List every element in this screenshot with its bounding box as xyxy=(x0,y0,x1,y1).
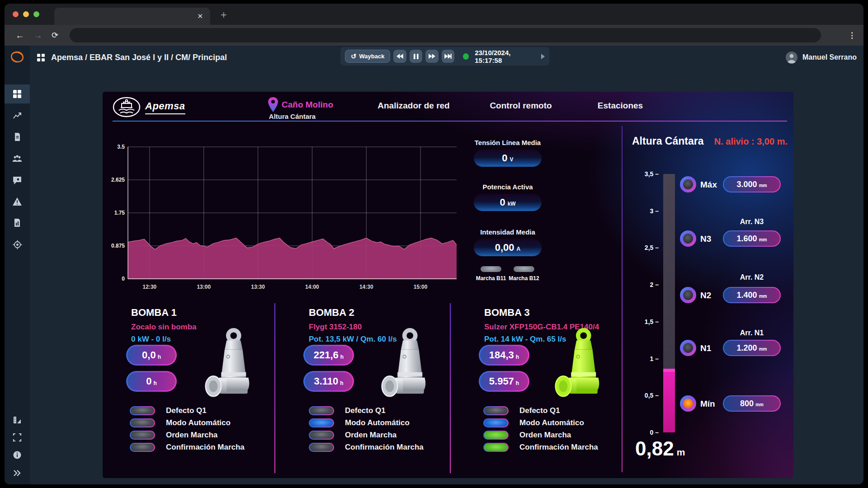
indicator-label: Modo Automático xyxy=(166,418,231,427)
station-selector[interactable]: Caño Molino xyxy=(268,97,333,112)
svg-text:12:30: 12:30 xyxy=(143,284,157,290)
sidebar xyxy=(5,46,30,484)
indicator-row: Orden Marcha xyxy=(483,431,598,440)
indicator-lamp-orden xyxy=(130,431,155,440)
indicator-lamp-confirmacion xyxy=(483,443,509,452)
tab-close-icon[interactable]: ✕ xyxy=(197,12,203,20)
marker-arr-n3: Arr. N3 xyxy=(723,218,781,226)
sidebar-expand-chevrons-icon[interactable] xyxy=(5,464,30,483)
svg-text:15:00: 15:00 xyxy=(414,284,428,290)
skip-end-button[interactable] xyxy=(442,50,454,63)
pause-button[interactable] xyxy=(410,50,422,63)
metric-number: 0 xyxy=(500,197,505,208)
rewind-button[interactable] xyxy=(393,50,406,63)
browser-tab[interactable]: ✕ xyxy=(54,8,210,25)
indicator-row: Defecto Q1 xyxy=(483,406,598,415)
playback-bar: ↺ Wayback 23/10/2024, 15:17:58 xyxy=(340,47,549,66)
datetime-expand-arrow-icon[interactable] xyxy=(541,54,545,59)
pump-hours-partial: 184,3 h xyxy=(479,345,529,366)
reload-icon[interactable]: ⟳ xyxy=(52,25,58,46)
indicator-row: Modo Automático xyxy=(130,418,245,427)
marker-pill-n2: 1.400 mm xyxy=(723,287,781,303)
marker-lamp-max xyxy=(680,176,696,192)
minimize-window-button[interactable] xyxy=(23,11,29,17)
nav-item-control-remoto[interactable]: Control remoto xyxy=(490,101,552,111)
svg-text:0: 0 xyxy=(122,276,125,282)
svg-text:14:30: 14:30 xyxy=(359,284,373,290)
header-divider xyxy=(113,121,787,122)
indicator-label: Modo Automático xyxy=(519,418,584,427)
gauge-tick-label: 1 – xyxy=(631,355,659,362)
marker-lamp-n2 xyxy=(680,287,696,303)
indicator-label: Orden Marcha xyxy=(345,431,396,440)
hours-number: 3.110 xyxy=(314,375,338,387)
back-icon[interactable]: ← xyxy=(15,25,24,46)
history-icon: ↺ xyxy=(351,52,357,61)
indicator-label: Defecto Q1 xyxy=(166,406,207,415)
pumps-section: BOMBA 1 Zocalo sin bomba 0 kW - 0 l/s 0,… xyxy=(121,303,626,473)
user-menu[interactable]: Manuel Serrano xyxy=(785,48,857,66)
menu-kebab-icon[interactable]: ⋮ xyxy=(848,25,856,46)
gauge-tick-label: 0 – xyxy=(631,429,659,436)
svg-text:14:00: 14:00 xyxy=(305,284,319,290)
level-alivio-value: N. alivio : 3,00 m. xyxy=(708,136,788,147)
close-window-button[interactable] xyxy=(13,11,19,17)
breadcrumb-text: Apemsa / EBAR San José I y II / CM/ Prin… xyxy=(51,53,227,62)
hours-number: 0 xyxy=(146,375,151,387)
wayback-button[interactable]: ↺ Wayback xyxy=(345,50,390,63)
pump-title: BOMBA 3 xyxy=(484,307,530,319)
indicator-row: Confirmación Marcha xyxy=(483,443,598,452)
forward-icon[interactable]: → xyxy=(33,25,42,46)
breadcrumb[interactable]: Apemsa / EBAR San José I y II / CM/ Prin… xyxy=(37,48,227,66)
gauge-tick-label: 0,5 – xyxy=(631,392,659,399)
indicator-label: Orden Marcha xyxy=(166,431,217,440)
svg-text:13:30: 13:30 xyxy=(251,284,265,290)
fast-forward-button[interactable] xyxy=(425,50,438,63)
marcha-b12-lamp xyxy=(514,266,534,272)
marker-name-max: Máx xyxy=(700,180,717,190)
maximize-window-button[interactable] xyxy=(33,11,39,17)
sidebar-item-targets[interactable] xyxy=(5,235,30,254)
metric-value-tension: 0 V xyxy=(474,150,542,167)
marker-value: 3.000 xyxy=(737,180,757,189)
svg-text:3.5: 3.5 xyxy=(117,144,125,150)
address-bar[interactable] xyxy=(70,28,821,42)
sidebar-item-design[interactable] xyxy=(5,411,30,430)
chart-title: Altura Cántara xyxy=(128,113,457,120)
user-name: Manuel Serrano xyxy=(802,53,857,61)
traffic-lights xyxy=(13,11,39,17)
sidebar-item-messages[interactable] xyxy=(5,170,30,189)
sidebar-item-trends[interactable] xyxy=(5,106,30,125)
indicator-row: Defecto Q1 xyxy=(130,406,245,415)
pump-spec: Pot. 14 kW - Qm. 65 l/s xyxy=(484,335,566,344)
level-current-value: 0,82 m xyxy=(635,437,685,460)
indicator-label: Defecto Q1 xyxy=(345,406,386,415)
apemsa-brand-name: Apemsa xyxy=(145,100,185,114)
sidebar-item-dashboards[interactable] xyxy=(5,84,30,103)
playback-datetime[interactable]: 23/10/2024, 15:17:58 xyxy=(475,49,534,64)
metric-label-tension: Tensión Línea Media xyxy=(458,139,557,146)
nav-item-estaciones[interactable]: Estaciones xyxy=(598,101,643,111)
marker-unit: mm xyxy=(755,402,764,407)
pause-icon xyxy=(414,54,419,59)
metric-number: 0,00 xyxy=(495,242,514,253)
live-status-dot xyxy=(463,53,469,60)
indicator-lamp-orden xyxy=(483,431,509,440)
level-gauge-fill xyxy=(663,372,675,432)
sidebar-item-fullscreen[interactable] xyxy=(5,428,30,447)
indicator-label: Modo Automático xyxy=(345,418,410,427)
sidebar-item-users[interactable] xyxy=(5,149,30,168)
nav-item-analizador[interactable]: Analizador de red xyxy=(377,101,449,111)
pump-indicators: Defecto Q1 Modo Automático Orden Marcha … xyxy=(130,406,245,452)
sidebar-item-documents[interactable] xyxy=(5,127,30,146)
sidebar-item-info[interactable] xyxy=(5,446,30,465)
pump-title: BOMBA 1 xyxy=(131,307,177,319)
hours-unit: h xyxy=(158,354,161,360)
sidebar-item-reports[interactable] xyxy=(5,213,30,232)
new-tab-button[interactable]: + xyxy=(221,9,226,21)
indicator-lamp-defecto xyxy=(309,406,334,415)
metric-unit: kW xyxy=(508,201,516,207)
skip-end-icon xyxy=(444,54,452,59)
sidebar-item-alarms[interactable] xyxy=(5,192,30,211)
indicator-row: Confirmación Marcha xyxy=(130,443,245,452)
